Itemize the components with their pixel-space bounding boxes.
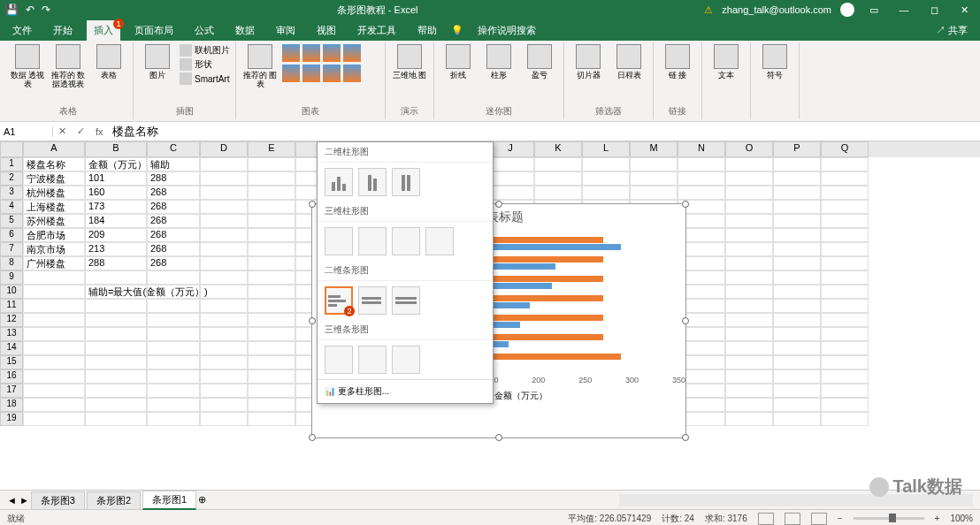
row-header[interactable]: 16 [0, 369, 23, 384]
cell[interactable] [248, 256, 295, 270]
3d-pct-column-icon[interactable] [392, 227, 420, 255]
map-chart-icon[interactable] [323, 65, 341, 82]
cell[interactable] [248, 270, 295, 285]
col-header[interactable]: B [85, 141, 147, 157]
cell[interactable] [23, 313, 85, 327]
resize-handle[interactable] [682, 201, 689, 208]
cell[interactable] [85, 355, 147, 369]
cell[interactable]: 288 [85, 256, 147, 270]
cell[interactable] [821, 171, 869, 186]
warning-icon[interactable]: ⚠ [704, 4, 713, 16]
cell[interactable] [582, 171, 630, 186]
3d-pct-bar-icon[interactable] [392, 346, 420, 374]
cell[interactable]: 160 [85, 186, 147, 200]
sparkline-col-button[interactable]: 柱形 [480, 44, 517, 80]
sparkline-winloss-button[interactable]: 盈亏 [521, 44, 558, 80]
cell[interactable]: 268 [147, 186, 200, 200]
row-header[interactable]: 6 [0, 228, 23, 242]
name-box[interactable]: A1 [0, 126, 53, 137]
row-header[interactable]: 15 [0, 355, 23, 369]
cell[interactable] [630, 186, 678, 200]
cell[interactable] [725, 384, 773, 398]
row-header[interactable]: 14 [0, 341, 23, 355]
row-header[interactable]: 2 [0, 171, 23, 186]
cell[interactable]: 广州楼盘 [23, 256, 85, 270]
enter-fx-icon[interactable]: ✓ [72, 126, 90, 137]
formula-input[interactable] [109, 125, 980, 138]
shapes-button[interactable]: 形状 [180, 58, 230, 71]
cell[interactable] [85, 398, 147, 412]
cell[interactable] [85, 313, 147, 327]
tab-dev[interactable]: 开发工具 [350, 20, 403, 41]
stock-chart-icon[interactable] [343, 65, 361, 82]
cell[interactable] [821, 242, 869, 256]
cell[interactable] [200, 200, 248, 214]
cell[interactable]: 268 [147, 256, 200, 270]
tab-home[interactable]: 开始 [46, 20, 80, 41]
cell[interactable] [85, 327, 147, 341]
cell[interactable] [534, 157, 582, 171]
cell[interactable] [147, 285, 200, 299]
recommended-pivot-button[interactable]: 推荐的 数据透视表 [50, 44, 87, 88]
cell[interactable] [85, 270, 147, 285]
tab-layout[interactable]: 页面布局 [127, 20, 180, 41]
cell[interactable] [200, 313, 248, 327]
cell[interactable] [773, 270, 821, 285]
zoom-level[interactable]: 100% [950, 514, 973, 523]
cell[interactable]: 213 [85, 242, 147, 256]
cell[interactable] [773, 228, 821, 242]
resize-handle[interactable] [682, 317, 689, 324]
pivot-table-button[interactable]: 数据 透视表 [9, 44, 46, 88]
cell[interactable]: 上海楼盘 [23, 200, 85, 214]
clustered-bar-icon[interactable]: 2 [325, 286, 353, 315]
cell[interactable] [821, 327, 869, 341]
cell[interactable]: 辅助=最大值(金额（万元）) [85, 285, 147, 299]
cell[interactable] [147, 327, 200, 341]
cell[interactable] [821, 412, 869, 426]
sparkline-line-button[interactable]: 折线 [440, 44, 477, 80]
row-header[interactable]: 10 [0, 285, 23, 299]
tab-insert[interactable]: 插入1 [87, 20, 120, 41]
cell[interactable] [725, 228, 773, 242]
cell[interactable] [85, 299, 147, 313]
col-header[interactable]: N [678, 141, 725, 157]
cell[interactable] [248, 285, 295, 299]
pie-chart-icon[interactable] [323, 44, 341, 62]
cell[interactable] [821, 369, 869, 384]
cell[interactable] [725, 341, 773, 355]
slicer-button[interactable]: 切片器 [570, 44, 607, 80]
col-header[interactable]: L [582, 141, 630, 157]
cell[interactable] [248, 228, 295, 242]
cell[interactable]: 苏州楼盘 [23, 214, 85, 228]
tab-formulas[interactable]: 公式 [188, 20, 221, 41]
cell[interactable] [200, 157, 248, 171]
more-column-charts[interactable]: 📊 更多柱形图... [318, 379, 493, 403]
worksheet-grid[interactable]: ABCDEFGHIJKLMNOPQ 1楼盘名称金额（万元）辅助2宁波楼盘1012… [0, 141, 980, 490]
cell[interactable] [821, 214, 869, 228]
cell[interactable] [773, 214, 821, 228]
zoom-out-icon[interactable]: − [838, 514, 843, 523]
col-header[interactable]: Q [821, 141, 869, 157]
cell[interactable] [200, 299, 248, 313]
page-break-view-icon[interactable] [811, 513, 827, 525]
tell-me[interactable]: 操作说明搜索 [471, 20, 543, 41]
row-header[interactable]: 8 [0, 256, 23, 270]
undo-icon[interactable]: ↶ [26, 4, 34, 16]
cell[interactable] [630, 157, 678, 171]
cell[interactable] [725, 299, 773, 313]
3dmap-button[interactable]: 三维地 图 [391, 44, 428, 80]
text-button[interactable]: 文本 [708, 44, 745, 80]
cell[interactable]: 173 [85, 200, 147, 214]
resize-handle[interactable] [309, 317, 316, 324]
save-icon[interactable]: 💾 [5, 4, 19, 16]
stacked-bar-icon[interactable] [358, 286, 387, 315]
cell[interactable] [200, 398, 248, 412]
cell[interactable] [23, 270, 85, 285]
resize-handle[interactable] [682, 434, 689, 441]
cell[interactable] [248, 157, 295, 171]
area-chart-icon[interactable] [282, 65, 300, 82]
zoom-in-icon[interactable]: + [935, 514, 940, 523]
column-chart-icon[interactable] [282, 44, 300, 62]
cell[interactable] [23, 327, 85, 341]
cell[interactable] [147, 270, 200, 285]
